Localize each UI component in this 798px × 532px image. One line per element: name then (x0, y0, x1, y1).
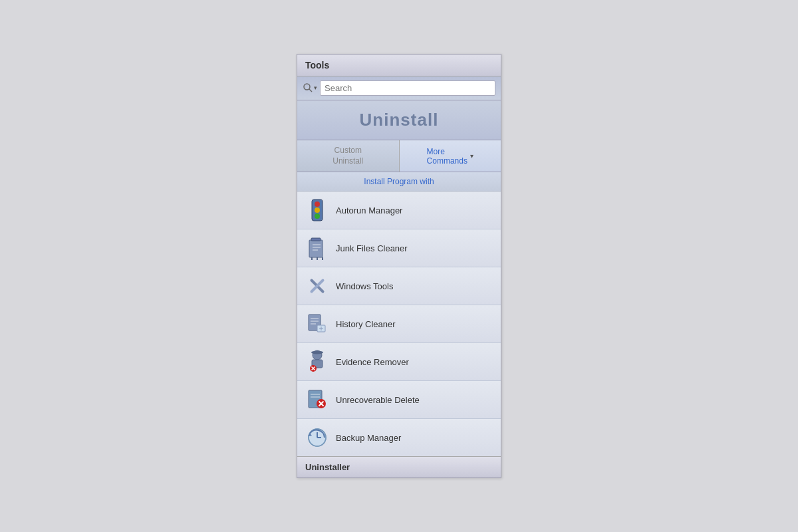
junk-icon (305, 236, 329, 260)
tool-item-history[interactable]: History Cleaner (297, 305, 501, 343)
panel-footer: Uninstaller (297, 456, 501, 477)
evidence-label: Evidence Remover (336, 357, 409, 367)
svg-point-3 (315, 201, 320, 207)
install-program-link[interactable]: Install Program with (297, 172, 501, 192)
tab-custom-uninstall[interactable]: CustomUninstall (297, 140, 400, 172)
backup-label: Backup Manager (336, 433, 401, 443)
tab-more-commands[interactable]: MoreCommands ▾ (400, 140, 501, 172)
tool-list: Autorun Manager Junk Files Cleaner (297, 192, 501, 456)
search-input[interactable] (320, 80, 495, 96)
dropdown-arrow-icon: ▾ (470, 152, 473, 160)
tools-panel: Tools ▾ Uninstall CustomUninstall MoreCo… (297, 54, 501, 478)
unrecoverable-label: Unrecoverable Delete (336, 395, 420, 405)
uninstall-section: Uninstall (297, 100, 501, 140)
svg-point-4 (315, 207, 320, 213)
autorun-icon (305, 198, 329, 222)
uninstall-label: Uninstall (303, 110, 495, 130)
tabs-row: CustomUninstall MoreCommands ▾ (297, 140, 501, 172)
history-label: History Cleaner (336, 319, 396, 329)
search-icon: ▾ (303, 82, 317, 93)
svg-rect-6 (309, 240, 323, 257)
tool-item-windows[interactable]: Windows Tools (297, 267, 501, 305)
tool-item-unrecoverable[interactable]: Unrecoverable Delete (297, 381, 501, 419)
svg-point-0 (304, 84, 310, 90)
svg-point-5 (315, 213, 320, 219)
tool-item-autorun[interactable]: Autorun Manager (297, 192, 501, 229)
panel-title: Tools (297, 55, 501, 76)
history-icon (305, 312, 329, 336)
svg-line-1 (309, 89, 312, 92)
tool-item-junk[interactable]: Junk Files Cleaner (297, 229, 501, 267)
tool-item-backup[interactable]: Backup Manager (297, 419, 501, 456)
autorun-label: Autorun Manager (336, 205, 402, 215)
junk-label: Junk Files Cleaner (336, 243, 408, 253)
tool-item-evidence[interactable]: Evidence Remover (297, 343, 501, 381)
windows-tools-icon (305, 274, 329, 298)
evidence-icon (305, 350, 329, 374)
svg-point-24 (311, 351, 323, 354)
windows-tools-label: Windows Tools (336, 281, 393, 291)
svg-rect-7 (311, 238, 321, 241)
more-commands-label: MoreCommands (427, 147, 467, 166)
backup-icon (305, 426, 329, 450)
search-bar: ▾ (297, 76, 501, 100)
unrecoverable-icon (305, 388, 329, 412)
